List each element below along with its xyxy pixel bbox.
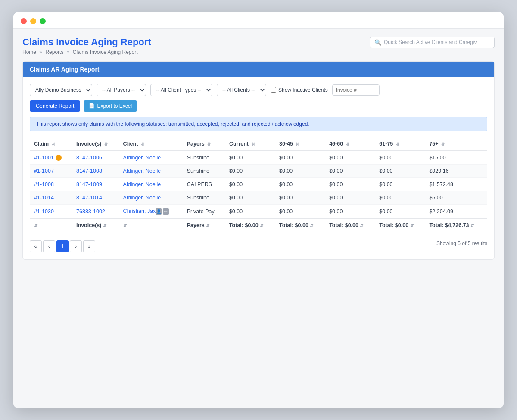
cell-payer: CALPERS [183,178,225,191]
payers-select[interactable]: -- All Payers -- [97,84,146,96]
sort-icon-30-45[interactable]: ⇵ [296,142,299,146]
cell-30-45: $0.00 [275,151,325,165]
titlebar [13,12,504,29]
table-footer: ⇵Invoice(s) ⇵⇵Payers ⇵Total: $0.00 ⇵Tota… [30,218,487,232]
clients-select[interactable]: -- All Clients -- [217,84,266,96]
client-icon-edit[interactable]: ✏ [163,208,169,215]
cell-current: $0.00 [225,205,275,219]
invoice-link[interactable]: 76883-1002 [76,208,105,215]
cell-61-75: $0.00 [375,178,425,191]
cell-invoice: 8147-1008 [72,165,119,178]
invoice-link[interactable]: 8147-1014 [76,195,102,201]
col-claim: Claim ⇵ [30,137,72,151]
content-area: Claims Invoice Aging Report Home » Repor… [13,29,504,260]
footer-30-45: Total: $0.00 ⇵ [275,218,325,232]
cell-30-45: $0.00 [275,178,325,191]
search-icon: 🔍 [374,39,381,46]
sort-icon-75plus[interactable]: ⇵ [441,142,445,146]
cell-claim: #1-1008 [30,178,72,191]
col-client: Client ⇵ [119,137,183,151]
business-select[interactable]: Ally Demo Business [30,84,92,96]
dot-red[interactable] [21,18,27,24]
cell-61-75: $0.00 [375,151,425,165]
pagination-row: « ‹ 1 › » Showing 5 of 5 results [30,232,487,252]
cell-61-75: $0.00 [375,205,425,219]
client-link[interactable]: Aldinger, Noelle [123,181,161,187]
invoice-link[interactable]: 8147-1006 [76,155,102,161]
breadcrumb-home[interactable]: Home [22,49,36,55]
client-link[interactable]: Aldinger, Noelle [123,155,161,161]
export-excel-button[interactable]: 📄 Export to Excel [84,100,137,112]
page-1-button[interactable]: 1 [56,240,69,252]
cell-client: Aldinger, Noelle [119,191,183,205]
cell-claim: #1-1014 [30,191,72,205]
cell-invoice: 8147-1006 [72,151,119,165]
card-header: Claims AR Aging Report [23,62,494,77]
page-next-button[interactable]: › [70,240,82,252]
file-icon: 📄 [89,103,95,109]
page-prev-button[interactable]: ‹ [43,240,55,252]
breadcrumb-current: Claims Invoice Aging Report [73,49,138,55]
sort-icon-61-75[interactable]: ⇵ [396,142,399,146]
table-footer-row: ⇵Invoice(s) ⇵⇵Payers ⇵Total: $0.00 ⇵Tota… [30,218,487,232]
cell-payer: Sunshine [183,165,225,178]
show-inactive-checkbox[interactable] [271,87,276,93]
sort-icon-payers[interactable]: ⇵ [207,142,211,146]
dot-green[interactable] [40,18,46,24]
col-current: Current ⇵ [225,137,275,151]
cell-invoice: 8147-1009 [72,178,119,191]
client-icon-person[interactable]: 👤 [156,208,162,215]
claim-link[interactable]: #1-1014 [34,195,54,201]
cell-75plus: $929.16 [425,165,487,178]
table-row: #1-103076883-1002Christian, Jax 👤✏Privat… [30,205,487,219]
global-search[interactable]: 🔍 Quick Search Active Clients and Caregi… [370,37,495,48]
client-types-select[interactable]: -- All Client Types -- [150,84,212,96]
invoice-link[interactable]: 8147-1008 [76,168,102,174]
cell-current: $0.00 [225,191,275,205]
sort-icon-current[interactable]: ⇵ [252,142,255,146]
client-link[interactable]: Aldinger, Noelle [123,195,161,201]
cell-30-45: $0.00 [275,191,325,205]
cell-30-45: $0.00 [275,165,325,178]
cell-75plus: $6.00 [425,191,487,205]
sort-icon-invoices[interactable]: ⇵ [104,142,108,146]
cell-claim: #1-1007 [30,165,72,178]
cell-46-60: $0.00 [325,151,375,165]
breadcrumb-reports[interactable]: Reports [45,49,63,55]
claim-link[interactable]: #1-1030 [34,208,54,215]
page-last-button[interactable]: » [83,240,95,252]
sort-icon-46-60[interactable]: ⇵ [346,142,349,146]
claim-link[interactable]: #1-1008 [34,181,54,187]
cell-claim: #1-1001 [30,151,72,165]
cell-client: Aldinger, Noelle [119,151,183,165]
cell-75plus: $1,572.48 [425,178,487,191]
footer-current: Total: $0.00 ⇵ [225,218,275,232]
invoice-link[interactable]: 8147-1009 [76,181,102,187]
sort-icon-claim[interactable]: ⇵ [52,142,55,146]
sort-icon-client[interactable]: ⇵ [141,142,144,146]
filters-row: Ally Demo Business -- All Payers -- -- A… [30,84,487,96]
dot-yellow[interactable] [30,18,36,24]
cell-75plus: $15.00 [425,151,487,165]
client-link[interactable]: Christian, Jax [123,208,156,214]
col-46-60: 46-60 ⇵ [325,137,375,151]
show-inactive-label: Show Inactive Clients [271,87,328,93]
page-first-button[interactable]: « [30,240,42,252]
claim-link[interactable]: #1-1007 [34,168,54,174]
col-payers: Payers ⇵ [183,137,225,151]
cell-46-60: $0.00 [325,178,375,191]
footer-invoices: Invoice(s) ⇵ [72,218,119,232]
cell-46-60: $0.00 [325,205,375,219]
generate-report-button[interactable]: Generate Report [30,100,80,112]
info-banner: This report shows only claims with the f… [30,117,487,131]
invoice-input[interactable] [332,84,380,96]
footer-75plus: Total: $4,726.73 ⇵ [425,218,487,232]
cell-75plus: $2,204.09 [425,205,487,219]
search-placeholder: Quick Search Active Clients and Caregiv [384,39,477,45]
cell-payer: Sunshine [183,151,225,165]
cell-30-45: $0.00 [275,205,325,219]
client-link[interactable]: Aldinger, Noelle [123,168,161,174]
col-61-75: 61-75 ⇵ [375,137,425,151]
claim-link[interactable]: #1-1001 [34,155,54,161]
col-30-45: 30-45 ⇵ [275,137,325,151]
